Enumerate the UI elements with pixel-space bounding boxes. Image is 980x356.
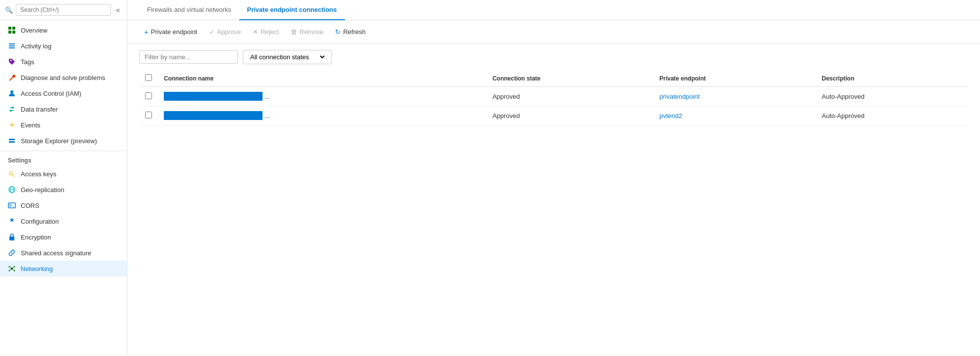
row-1-connection-state: Approved	[487, 87, 653, 106]
sidebar-item-iam[interactable]: Access Control (IAM)	[0, 85, 127, 101]
connection-state-filter[interactable]: All connection states Approved Pending R…	[243, 50, 332, 64]
col-header-description: Description	[816, 70, 968, 87]
sidebar-item-label: Configuration	[21, 218, 59, 225]
sidebar-item-events[interactable]: Events	[0, 117, 127, 133]
transfer-icon	[8, 105, 16, 113]
svg-rect-1	[12, 27, 15, 30]
row-1-connection-name: ...	[158, 87, 487, 106]
sidebar-item-activity-log[interactable]: Activity log	[0, 38, 127, 54]
sidebar-item-label: Data transfer	[21, 106, 58, 113]
svg-rect-10	[9, 139, 15, 140]
sidebar: 🔍 « Overview Activity log	[0, 0, 127, 356]
filter-name-input[interactable]	[139, 50, 238, 64]
refresh-label: Refresh	[343, 28, 366, 36]
select-all-header	[139, 70, 158, 87]
col-header-private-endpoint: Private endpoint	[653, 70, 816, 87]
svg-point-20	[9, 266, 10, 268]
list-icon	[8, 42, 16, 50]
row-2-endpoint-link[interactable]: pvtend2	[659, 112, 682, 119]
svg-rect-18	[9, 237, 14, 240]
svg-rect-17	[9, 204, 11, 207]
row-1-name-ellipsis: ...	[264, 93, 270, 100]
tab-private-endpoints[interactable]: Private endpoint connections	[239, 0, 345, 20]
sidebar-item-data-transfer[interactable]: Data transfer	[0, 101, 127, 117]
plus-icon: +	[144, 28, 149, 36]
row-2-description: Auto-Approved	[816, 106, 968, 125]
sidebar-item-label: Geo-replication	[21, 186, 64, 194]
select-all-checkbox[interactable]	[145, 74, 152, 81]
tab-firewalls[interactable]: Firewalls and virtual networks	[139, 0, 239, 20]
row-2-name-bar	[164, 111, 263, 120]
sidebar-item-configuration[interactable]: Configuration	[0, 213, 127, 229]
sidebar-item-label: Access Control (IAM)	[21, 90, 81, 97]
svg-point-7	[10, 90, 13, 93]
table-row: ... Approved privatendpoint Auto-Approve…	[139, 87, 968, 106]
col-header-connection-state: Connection state	[487, 70, 653, 87]
svg-line-26	[10, 269, 11, 270]
filters-row: All connection states Approved Pending R…	[127, 44, 980, 70]
sidebar-item-label: Storage Explorer (preview)	[21, 137, 97, 145]
sidebar-item-label: Networking	[21, 265, 53, 273]
svg-point-23	[14, 270, 15, 272]
svg-rect-4	[9, 43, 15, 44]
svg-point-12	[9, 172, 12, 175]
sidebar-item-label: Overview	[21, 27, 47, 34]
connection-state-select[interactable]: All connection states Approved Pending R…	[248, 53, 326, 61]
approve-label: Approve	[217, 28, 241, 36]
sidebar-item-encryption[interactable]: Encryption	[0, 229, 127, 245]
grid-icon	[8, 26, 16, 34]
sidebar-item-diagnose[interactable]: Diagnose and solve problems	[0, 70, 127, 85]
sidebar-item-label: Tags	[21, 58, 34, 66]
add-label: Private endpoint	[151, 28, 197, 36]
network-icon	[8, 265, 16, 273]
toolbar: + Private endpoint ✓ Approve ✕ Reject 🗑 …	[127, 20, 980, 44]
sidebar-search-container: 🔍 «	[0, 0, 127, 20]
row-1-checkbox-cell	[139, 87, 158, 106]
table-row: ... Approved pvtend2 Auto-Approved	[139, 106, 968, 125]
search-icon: 🔍	[5, 6, 13, 14]
sidebar-item-cors[interactable]: CORS	[0, 198, 127, 213]
sidebar-item-shared-access[interactable]: Shared access signature	[0, 245, 127, 261]
row-1-private-endpoint: privatendpoint	[653, 87, 816, 106]
sidebar-item-label: Diagnose and solve problems	[21, 74, 105, 81]
reject-label: Reject	[261, 28, 279, 36]
svg-line-24	[10, 267, 11, 268]
sidebar-item-access-keys[interactable]: Access keys	[0, 166, 127, 182]
sidebar-nav: Overview Activity log Tags	[0, 20, 127, 356]
sidebar-item-label: Activity log	[21, 42, 51, 50]
link-icon	[8, 249, 16, 257]
tag-icon	[8, 58, 16, 66]
globe-icon	[8, 186, 16, 194]
sidebar-item-overview[interactable]: Overview	[0, 22, 127, 38]
row-1-name-bar	[164, 92, 263, 101]
sidebar-item-label: Events	[21, 121, 40, 129]
sidebar-item-label: Encryption	[21, 234, 51, 241]
svg-point-22	[9, 270, 10, 272]
remove-button[interactable]: 🗑 Remove	[286, 26, 328, 38]
svg-rect-2	[8, 31, 11, 34]
sidebar-item-geo-replication[interactable]: Geo-replication	[0, 182, 127, 198]
sidebar-item-networking[interactable]: Networking	[0, 261, 127, 277]
wrench-icon	[8, 74, 16, 81]
row-1-checkbox[interactable]	[145, 92, 152, 99]
collapse-sidebar-button[interactable]: «	[114, 4, 122, 16]
config-icon	[8, 217, 16, 225]
row-2-connection-name: ...	[158, 106, 487, 125]
row-2-checkbox-cell	[139, 106, 158, 125]
row-2-checkbox[interactable]	[145, 112, 152, 119]
approve-button[interactable]: ✓ Approve	[204, 26, 246, 38]
svg-rect-3	[12, 31, 15, 34]
sidebar-item-storage-explorer[interactable]: Storage Explorer (preview)	[0, 133, 127, 149]
refresh-button[interactable]: ↻ Refresh	[330, 26, 371, 38]
sidebar-search-input[interactable]	[16, 4, 111, 16]
refresh-icon: ↻	[335, 28, 340, 36]
add-private-endpoint-button[interactable]: + Private endpoint	[139, 25, 202, 39]
tab-bar: Firewalls and virtual networks Private e…	[127, 0, 980, 20]
table-container: Connection name Connection state Private…	[127, 70, 980, 356]
reject-button[interactable]: ✕ Reject	[248, 26, 284, 38]
row-2-private-endpoint: pvtend2	[653, 106, 816, 125]
svg-rect-6	[9, 47, 15, 48]
sidebar-item-tags[interactable]: Tags	[0, 54, 127, 70]
col-header-connection-name: Connection name	[158, 70, 487, 87]
row-1-endpoint-link[interactable]: privatendpoint	[659, 93, 700, 100]
